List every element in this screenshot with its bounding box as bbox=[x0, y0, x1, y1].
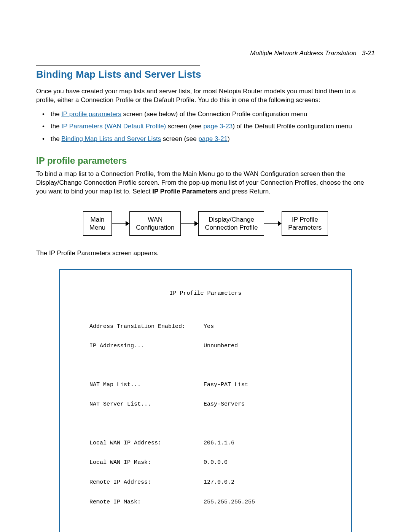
binding-instructions: To bind a map list to a Connection Profi… bbox=[36, 170, 375, 196]
chapter-title: Multiple Network Address Translation bbox=[250, 50, 357, 57]
list-item: the IP profile parameters screen (see be… bbox=[51, 109, 375, 119]
terminal-screen: IP Profile Parameters Address Translatio… bbox=[59, 269, 352, 532]
terminal-row: Remote IP Mask:255.255.255.255 bbox=[63, 499, 348, 505]
bold-ip-profile-parameters: IP Profile Parameters bbox=[152, 188, 217, 195]
screen-list: the IP profile parameters screen (see be… bbox=[36, 109, 375, 144]
link-page-3-23[interactable]: page 3-23 bbox=[204, 123, 233, 130]
screen-appears-text: The IP Profile Parameters screen appears… bbox=[36, 249, 375, 258]
link-binding-map-lists[interactable]: Binding Map Lists and Server Lists bbox=[61, 135, 161, 142]
terminal-row: Local WAN IP Mask:0.0.0.0 bbox=[63, 459, 348, 466]
terminal-row: IP Addressing...Unnumbered bbox=[63, 343, 348, 349]
arrow-right-icon bbox=[181, 220, 198, 227]
arrow-right-icon bbox=[264, 220, 282, 227]
arrow-right-icon bbox=[112, 220, 129, 227]
link-page-3-21[interactable]: page 3-21 bbox=[198, 135, 228, 142]
nav-box-display-change: Display/ChangeConnection Profile bbox=[198, 211, 264, 236]
link-ip-params-wan-default[interactable]: IP Parameters (WAN Default Profile) bbox=[61, 123, 166, 130]
list-item: the Binding Map Lists and Server Lists s… bbox=[51, 134, 375, 144]
link-ip-profile-params[interactable]: IP profile parameters bbox=[61, 110, 121, 118]
list-item: the IP Parameters (WAN Default Profile) … bbox=[51, 121, 375, 131]
page-number: 3-21 bbox=[362, 50, 375, 57]
page-header: Multiple Network Address Translation 3-2… bbox=[36, 50, 375, 57]
terminal-row: Address Translation Enabled:Yes bbox=[63, 323, 348, 330]
terminal-row: Local WAN IP Address:206.1.1.6 bbox=[63, 440, 348, 446]
terminal-title: IP Profile Parameters bbox=[63, 290, 348, 297]
nav-box-wan-config: WANConfiguration bbox=[129, 211, 181, 236]
nav-box-main-menu: MainMenu bbox=[83, 211, 112, 236]
nav-box-ip-profile-params: IP ProfileParameters bbox=[282, 211, 328, 236]
section-rule bbox=[36, 65, 200, 66]
intro-paragraph: Once you have created your map lists and… bbox=[36, 87, 375, 105]
heading-ip-profile-parameters: IP profile parameters bbox=[36, 155, 375, 166]
terminal-row: Remote IP Address:127.0.0.2 bbox=[63, 479, 348, 486]
navigation-diagram: MainMenu WANConfiguration Display/Change… bbox=[36, 211, 375, 236]
heading-binding: Binding Map Lists and Server Lists bbox=[36, 69, 375, 80]
terminal-row: NAT Server List...Easy-Servers bbox=[63, 401, 348, 407]
terminal-row: NAT Map List...Easy-PAT List bbox=[63, 382, 348, 388]
